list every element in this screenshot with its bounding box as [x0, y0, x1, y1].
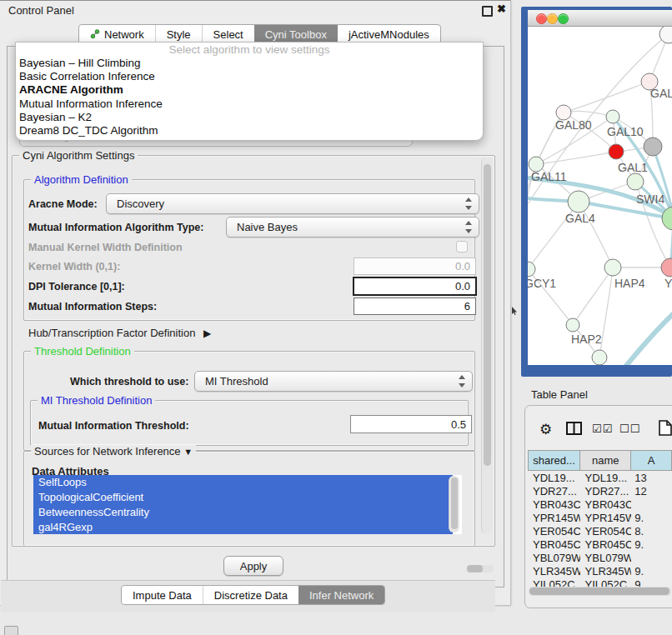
network-node[interactable]: [592, 350, 607, 365]
table-row[interactable]: YBL079WYBL079W: [528, 551, 672, 564]
cyni-settings-group-title: Cyni Algorithm Settings: [19, 149, 138, 162]
table-hscrollbar-thumb[interactable]: [529, 588, 669, 595]
network-node-label-hap4: HAP4: [614, 277, 645, 290]
tab-jactivemnodules[interactable]: jActiveMNodules: [338, 25, 440, 43]
algorithm-option-basic-correlation-inference[interactable]: Basic Correlation Inference: [16, 70, 483, 83]
table-cell: 9.: [631, 538, 672, 551]
algorithm-option-mutual-information-inference[interactable]: Mutual Information Inference: [16, 98, 483, 111]
table-horizontal-scrollbar[interactable]: [529, 587, 671, 596]
network-edge: [626, 302, 672, 365]
attribute-item-gal4rgexp[interactable]: gal4RGexp: [33, 520, 453, 534]
tab-infer-network[interactable]: Infer Network: [298, 586, 384, 604]
close-icon[interactable]: ✖: [497, 2, 506, 15]
mac-minimize-icon[interactable]: [547, 13, 558, 24]
column-header-2[interactable]: name: [580, 451, 631, 470]
mac-zoom-icon[interactable]: [558, 13, 569, 24]
table-cell: YBL079W: [580, 552, 632, 564]
tab-label: jActiveMNodules: [349, 28, 429, 41]
tab-impute-data[interactable]: Impute Data: [122, 586, 203, 604]
algorithm-option-aracne-algorithm[interactable]: ARACNE Algorithm: [16, 83, 483, 97]
panel-hscrollbar-thumb[interactable]: [467, 565, 483, 572]
attributes-list-scrollbar[interactable]: [449, 476, 459, 532]
table-cell: YDL19...: [528, 472, 580, 484]
mi-type-value: Naive Bayes: [237, 221, 298, 233]
manual-kernel-checkbox[interactable]: [456, 241, 468, 252]
attribute-item-topologicalcoefficient[interactable]: TopologicalCoefficient: [33, 490, 453, 505]
network-node[interactable]: [627, 173, 644, 190]
spinner-arrows-icon: [464, 220, 473, 234]
network-node[interactable]: [604, 259, 621, 276]
dpi-tolerance-field[interactable]: 0.0: [353, 277, 477, 296]
manual-kernel-label: Manual Kernel Width Definition: [28, 242, 183, 253]
hub-definition-toggle[interactable]: Hub/Transcription Factor Definition ▶: [28, 327, 211, 339]
table-cell: YER054C: [528, 525, 580, 538]
table-row[interactable]: YER054CYER054C8.: [528, 524, 672, 538]
control-panel-title: Control Panel: [8, 4, 74, 17]
network-node-label-hap2: HAP2: [571, 332, 602, 346]
tab-select[interactable]: Select: [202, 25, 254, 43]
network-canvas[interactable]: GALGAL80GAL10GAL1GAL11SWI4GAL4GCY1HAP4YH…: [528, 27, 672, 365]
algorithm-definition-title: Algorithm Definition: [31, 173, 132, 186]
mi-steps-label: Mutual Information Steps:: [28, 301, 157, 312]
table-panel-toolbar: ⚙ ☑☑ ☐☐: [528, 417, 672, 445]
mi-threshold-field[interactable]: 0.5: [350, 415, 472, 433]
algorithm-option-bayesian-hill-climbing[interactable]: Bayesian – Hill Climbing: [16, 57, 483, 70]
network-node[interactable]: [644, 138, 662, 156]
network-edge: [573, 268, 613, 325]
table-cell: YBR045C: [580, 538, 632, 551]
sources-group-title[interactable]: Sources for Network Inference ▼: [31, 445, 196, 458]
column-header-3[interactable]: A: [631, 451, 672, 470]
data-attributes-list[interactable]: SelfLoopsTopologicalCoefficientBetweenne…: [33, 475, 462, 534]
panel-horizontal-scrollbar[interactable]: [467, 565, 494, 572]
attribute-item-betweennesscentrality[interactable]: BetweennessCentrality: [33, 505, 453, 520]
gear-icon[interactable]: ⚙: [539, 421, 552, 438]
spinner-arrows-icon: [464, 197, 473, 211]
network-node[interactable]: [528, 262, 535, 277]
kernel-width-field[interactable]: 0.0: [354, 258, 476, 275]
network-node[interactable]: [606, 110, 619, 123]
network-window-titlebar[interactable]: [528, 10, 672, 27]
aracne-mode-select[interactable]: Discovery: [106, 193, 479, 214]
attributes-scrollbar-thumb[interactable]: [451, 478, 458, 529]
split-columns-icon[interactable]: [566, 422, 583, 436]
algorithm-option-bayesian-k2[interactable]: Bayesian – K2: [16, 111, 483, 124]
apply-button[interactable]: Apply: [223, 556, 283, 576]
tab-style[interactable]: Style: [155, 25, 202, 43]
tab-label: Impute Data: [133, 589, 192, 602]
settings-scrollbar-thumb[interactable]: [484, 164, 491, 466]
network-node[interactable]: [566, 318, 579, 332]
select-all-checked-icon[interactable]: ☑☑: [592, 422, 613, 435]
deselect-all-icon[interactable]: ☐☐: [619, 422, 640, 435]
column-header-1[interactable]: shared...: [529, 451, 580, 470]
network-node[interactable]: [661, 258, 672, 277]
tab-network[interactable]: Network: [79, 25, 155, 43]
network-node[interactable]: [659, 27, 672, 43]
table-cell: 8.: [631, 525, 672, 538]
table-row[interactable]: YDR27...YDR27...12: [528, 484, 672, 498]
float-window-icon[interactable]: [482, 6, 493, 17]
control-panel-window: Control Panel ✖ NetworkStyleSelectCyni T…: [0, 0, 511, 605]
network-node[interactable]: [568, 191, 589, 212]
which-threshold-select[interactable]: MI Threshold: [194, 371, 473, 392]
tab-cyni-toolbox[interactable]: Cyni Toolbox: [254, 25, 338, 43]
table-row[interactable]: YDL19...YDL19...13: [528, 471, 672, 484]
mi-type-select[interactable]: Naive Bayes: [226, 217, 479, 238]
table-row[interactable]: YBR045CYBR045C9.: [528, 538, 672, 551]
tab-discretize-data[interactable]: Discretize Data: [203, 586, 298, 604]
mac-close-icon[interactable]: [536, 13, 547, 24]
algorithm-option-dream8-dc-tdc-algorithm[interactable]: Dream8 DC_TDC Algorithm: [16, 124, 483, 138]
attribute-item-selfloops[interactable]: SelfLoops: [33, 475, 453, 490]
mi-type-label: Mutual Information Algorithm Type:: [28, 222, 203, 233]
table-row[interactable]: YPR145WYPR145W9.: [528, 511, 672, 524]
network-node-label-gal1: GAL1: [618, 161, 648, 174]
network-node[interactable]: [609, 144, 624, 159]
mi-threshold-label: Mutual Information Threshold:: [38, 420, 189, 432]
table-row[interactable]: YBR043CYBR043C: [528, 498, 672, 511]
settings-vertical-scrollbar[interactable]: [481, 158, 493, 534]
table-header-row: shared...nameA: [528, 450, 672, 471]
spinner-arrows-icon: [458, 374, 466, 388]
document-icon[interactable]: [659, 420, 672, 436]
table-row[interactable]: YLR345WYLR345W9.: [528, 564, 672, 578]
mouse-cursor: [511, 307, 518, 316]
mi-steps-field[interactable]: 6: [354, 298, 476, 315]
